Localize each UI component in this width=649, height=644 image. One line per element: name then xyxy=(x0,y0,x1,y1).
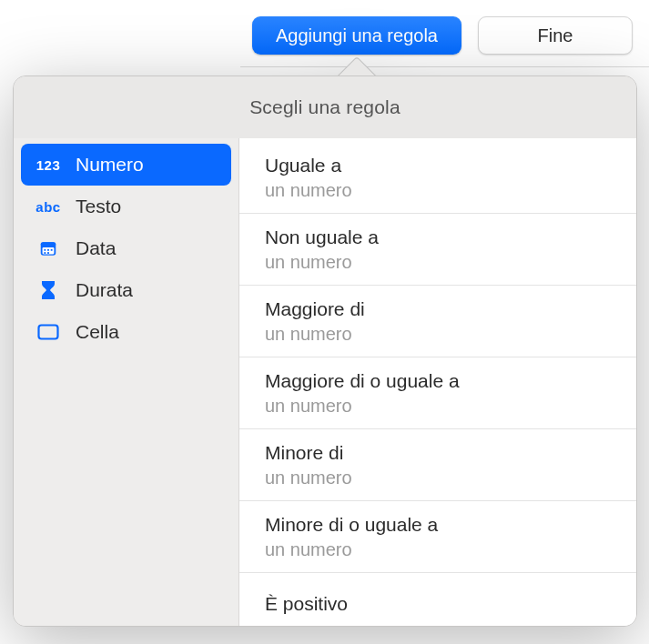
rule-option-is-positive[interactable]: È positivo xyxy=(239,573,636,626)
add-rule-button-label: Aggiungi una regola xyxy=(276,25,438,46)
rule-options-list: Uguale a un numero Non uguale a un numer… xyxy=(239,138,636,626)
sidebar-item-duration[interactable]: Durata xyxy=(21,269,231,311)
sidebar-item-date[interactable]: Data xyxy=(21,227,231,269)
text-icon: abc xyxy=(34,199,63,215)
number-icon: 123 xyxy=(34,157,63,173)
rule-option-greater-equal[interactable]: Maggiore di o uguale a un numero xyxy=(239,357,636,429)
rule-subtitle: un numero xyxy=(265,466,636,489)
rule-category-sidebar: 123 Numero abc Testo xyxy=(14,138,239,626)
rule-option-greater[interactable]: Maggiore di un numero xyxy=(239,286,636,357)
popover-body: 123 Numero abc Testo xyxy=(14,138,636,626)
rule-title: Minore di xyxy=(265,440,636,466)
sidebar-item-label: Numero xyxy=(76,154,144,176)
svg-rect-6 xyxy=(44,252,46,254)
done-button-label: Fine xyxy=(538,25,573,46)
sidebar-item-label: Cella xyxy=(76,321,119,343)
sidebar-item-label: Durata xyxy=(76,279,133,301)
rule-subtitle: un numero xyxy=(265,538,636,561)
rule-title: Maggiore di o uguale a xyxy=(265,368,636,394)
choose-rule-popover: Scegli una regola 123 Numero abc Testo xyxy=(13,55,637,627)
popover-title: Scegli una regola xyxy=(14,76,636,138)
sidebar-item-number[interactable]: 123 Numero xyxy=(21,144,231,186)
popover-arrow xyxy=(336,55,376,77)
svg-rect-7 xyxy=(47,252,49,254)
sidebar-item-cell[interactable]: Cella xyxy=(21,311,231,353)
rule-option-not-equal[interactable]: Non uguale a un numero xyxy=(239,214,636,286)
rule-option-less-equal[interactable]: Minore di o uguale a un numero xyxy=(239,501,636,573)
rule-subtitle: un numero xyxy=(265,250,636,274)
hourglass-icon xyxy=(34,280,63,300)
sidebar-item-text[interactable]: abc Testo xyxy=(21,186,231,227)
calendar-icon xyxy=(34,238,63,258)
rule-title: Uguale a xyxy=(265,153,636,178)
popover-frame: Scegli una regola 123 Numero abc Testo xyxy=(13,75,637,627)
popover-title-text: Scegli una regola xyxy=(249,96,401,118)
svg-rect-8 xyxy=(39,326,58,339)
rule-title: Minore di o uguale a xyxy=(265,512,636,538)
rule-subtitle: un numero xyxy=(265,322,636,346)
rule-title: È positivo xyxy=(265,584,636,624)
rule-title: Non uguale a xyxy=(265,225,636,250)
rule-option-less[interactable]: Minore di un numero xyxy=(239,429,636,501)
rule-subtitle: un numero xyxy=(265,178,636,202)
add-rule-button[interactable]: Aggiungi una regola xyxy=(252,16,461,55)
sidebar-item-label: Testo xyxy=(76,196,121,217)
sidebar-item-label: Data xyxy=(76,237,116,259)
rule-subtitle: un numero xyxy=(265,394,636,418)
svg-rect-5 xyxy=(51,249,53,251)
rule-option-equal[interactable]: Uguale a un numero xyxy=(239,142,636,214)
top-toolbar: Aggiungi una regola Fine xyxy=(252,16,633,55)
svg-rect-4 xyxy=(47,249,49,251)
rule-title: Maggiore di xyxy=(265,297,636,322)
cell-icon xyxy=(34,324,63,340)
svg-rect-1 xyxy=(41,242,56,247)
done-button[interactable]: Fine xyxy=(478,16,633,55)
svg-rect-3 xyxy=(44,249,46,251)
